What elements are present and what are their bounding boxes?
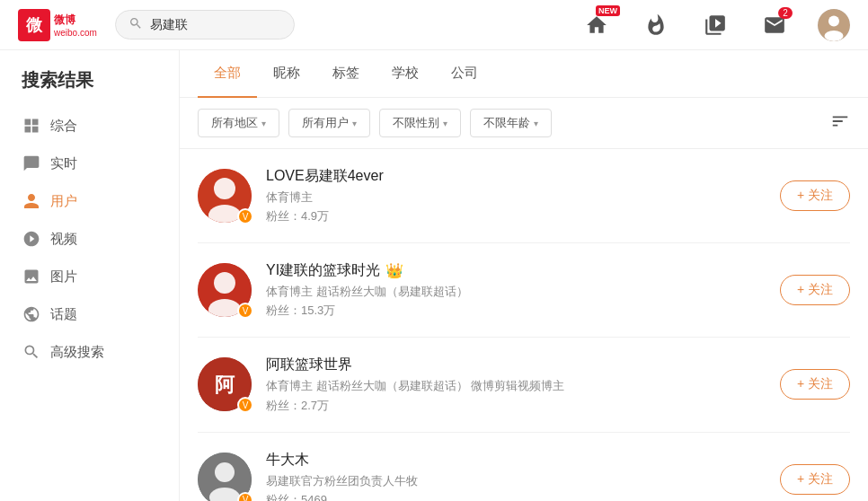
sidebar-label-zonghe: 综合 xyxy=(50,118,77,135)
image-icon xyxy=(22,267,41,286)
user-item: V LOVE易建联4ever 体育博主 粉丝：4.9万 + 关注 xyxy=(198,149,850,243)
user-name-3: 阿联篮球世界 xyxy=(266,356,352,374)
vip-badge-2: V xyxy=(237,303,253,319)
svg-point-7 xyxy=(214,272,235,294)
sidebar-item-yonghu[interactable]: 用户 xyxy=(0,182,179,220)
message-badge: 2 xyxy=(778,7,793,19)
logo-domain-text: weibo.com xyxy=(54,28,97,38)
follow-button-1[interactable]: + 关注 xyxy=(780,180,850,211)
filter-gender[interactable]: 不限性别 ▾ xyxy=(379,109,461,137)
sidebar-item-shishi[interactable]: 实时 xyxy=(0,145,179,182)
filter-region[interactable]: 所有地区 ▾ xyxy=(198,109,279,137)
weibo-logo-icon: 微 xyxy=(18,9,50,41)
user-info-3: 阿联篮球世界 体育博主 超话粉丝大咖（易建联超话） 微博剪辑视频博主 粉丝：2.… xyxy=(266,356,766,413)
sidebar-title: 搜索结果 xyxy=(0,68,179,107)
follow-button-4[interactable]: + 关注 xyxy=(780,464,850,495)
chat-icon xyxy=(22,154,41,173)
home-nav-item[interactable]: NEW xyxy=(580,9,613,41)
sidebar-label-tupian: 图片 xyxy=(50,268,77,286)
user-fans-4: 粉丝：5469 xyxy=(266,492,766,501)
logo[interactable]: 微 微博 weibo.com xyxy=(18,9,97,41)
user-fans-1: 粉丝：4.9万 xyxy=(266,208,766,224)
user-icon xyxy=(22,191,41,211)
user-name-2: YI建联的篮球时光 xyxy=(266,261,380,280)
crown-icon-2: 👑 xyxy=(385,262,403,279)
user-name-row-3: 阿联篮球世界 xyxy=(266,356,766,374)
vip-badge-4: V xyxy=(237,492,253,501)
message-nav-item[interactable]: 2 xyxy=(758,9,791,41)
user-name-4: 牛大木 xyxy=(266,451,309,470)
user-fans-3: 粉丝：2.7万 xyxy=(266,398,766,414)
tab-company[interactable]: 公司 xyxy=(435,50,494,98)
hot-nav-item[interactable] xyxy=(640,9,672,41)
video-icon xyxy=(22,229,41,249)
sidebar: 搜索结果 综合 实时 用户 视频 xyxy=(0,50,180,501)
follow-button-2[interactable]: + 关注 xyxy=(780,275,850,305)
user-avatar-1: V xyxy=(198,169,252,223)
user-name-1: LOVE易建联4ever xyxy=(266,167,384,186)
content-inner: 全部 昵称 标签 学校 公司 所有地区 ▾ 所有用户 ▾ 不限性别 ▾ xyxy=(180,50,868,501)
new-badge: NEW xyxy=(596,5,620,16)
sidebar-item-tupian[interactable]: 图片 xyxy=(0,258,179,295)
chevron-down-icon: ▾ xyxy=(443,119,447,128)
advanced-search-icon xyxy=(22,342,41,362)
user-avatar-4: V xyxy=(198,453,252,501)
globe-icon xyxy=(22,304,41,324)
user-avatar-3: 阿 V xyxy=(198,357,252,411)
vip-badge-3: V xyxy=(237,397,253,413)
user-desc-4: 易建联官方粉丝团负责人牛牧 xyxy=(266,473,766,489)
vip-badge-1: V xyxy=(237,208,253,224)
search-input[interactable] xyxy=(150,18,281,32)
header-nav: NEW 2 xyxy=(580,9,850,41)
filters-bar: 所有地区 ▾ 所有用户 ▾ 不限性别 ▾ 不限年龄 ▾ xyxy=(180,98,868,149)
sidebar-label-shishi: 实时 xyxy=(50,155,77,172)
chevron-down-icon: ▾ xyxy=(261,119,266,128)
sidebar-item-zonghe[interactable]: 综合 xyxy=(0,107,179,145)
svg-text:阿: 阿 xyxy=(215,374,235,396)
user-name-row-2: YI建联的篮球时光 👑 xyxy=(266,261,766,280)
chevron-down-icon: ▾ xyxy=(534,119,538,128)
tab-nickname[interactable]: 昵称 xyxy=(257,50,316,98)
sidebar-item-shipin[interactable]: 视频 xyxy=(0,220,179,258)
user-item: V 牛大木 易建联官方粉丝团负责人牛牧 粉丝：5469 + 关注 xyxy=(198,433,850,501)
user-avatar-2: V xyxy=(198,263,252,317)
logo-weibo-text: 微博 xyxy=(54,13,97,28)
user-info-1: LOVE易建联4ever 体育博主 粉丝：4.9万 xyxy=(266,167,766,224)
sort-icon[interactable] xyxy=(830,111,850,136)
filter-age[interactable]: 不限年龄 ▾ xyxy=(470,109,552,137)
user-info-2: YI建联的篮球时光 👑 体育博主 超话粉丝大咖（易建联超话） 粉丝：15.3万 xyxy=(266,261,766,319)
user-desc-3: 体育博主 超话粉丝大咖（易建联超话） 微博剪辑视频博主 xyxy=(266,378,766,394)
filter-user-type[interactable]: 所有用户 ▾ xyxy=(288,109,370,137)
user-list: V LOVE易建联4ever 体育博主 粉丝：4.9万 + 关注 xyxy=(180,149,868,501)
sidebar-label-yonghu: 用户 xyxy=(50,193,77,210)
main-layout: 搜索结果 综合 实时 用户 视频 xyxy=(0,50,868,501)
tab-tag[interactable]: 标签 xyxy=(316,50,376,98)
search-bar[interactable] xyxy=(115,10,295,40)
tab-school[interactable]: 学校 xyxy=(376,50,435,98)
content-area: 全部 昵称 标签 学校 公司 所有地区 ▾ 所有用户 ▾ 不限性别 ▾ xyxy=(180,50,868,501)
follow-button-3[interactable]: + 关注 xyxy=(780,369,850,400)
user-name-row-4: 牛大木 xyxy=(266,451,766,470)
sidebar-label-gaoji: 高级搜索 xyxy=(50,344,104,361)
user-item: 阿 V 阿联篮球世界 体育博主 超话粉丝大咖（易建联超话） 微博剪辑视频博主 粉… xyxy=(198,338,850,432)
header: 微 微博 weibo.com NEW 2 xyxy=(0,0,868,50)
sidebar-item-huati[interactable]: 话题 xyxy=(0,295,179,333)
user-fans-2: 粉丝：15.3万 xyxy=(266,303,766,319)
user-desc-2: 体育博主 超话粉丝大咖（易建联超话） xyxy=(266,284,766,300)
chevron-down-icon: ▾ xyxy=(352,119,357,128)
svg-point-12 xyxy=(215,462,235,482)
svg-point-4 xyxy=(214,178,235,199)
user-item: V YI建联的篮球时光 👑 体育博主 超话粉丝大咖（易建联超话） 粉丝：15.3… xyxy=(198,243,850,338)
svg-point-2 xyxy=(825,31,844,41)
tabs-bar: 全部 昵称 标签 学校 公司 xyxy=(180,50,868,98)
user-avatar-nav[interactable] xyxy=(818,9,850,41)
sidebar-label-huati: 话题 xyxy=(50,306,77,323)
video-nav-item[interactable] xyxy=(699,9,731,41)
tab-all[interactable]: 全部 xyxy=(198,50,257,98)
sidebar-item-gaoji[interactable]: 高级搜索 xyxy=(0,333,179,371)
user-desc-1: 体育博主 xyxy=(266,189,766,206)
grid-icon xyxy=(22,116,41,136)
sidebar-label-shipin: 视频 xyxy=(50,231,77,248)
user-info-4: 牛大木 易建联官方粉丝团负责人牛牧 粉丝：5469 xyxy=(266,451,766,501)
search-icon xyxy=(128,16,143,33)
